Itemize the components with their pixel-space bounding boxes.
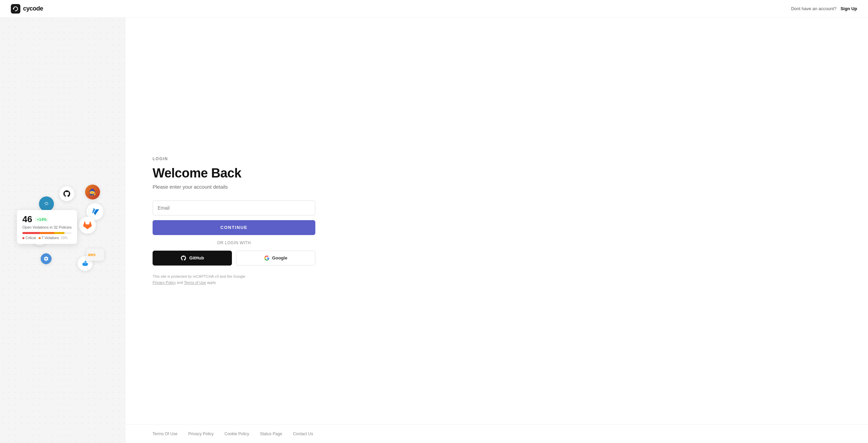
footer-link[interactable]: Status Page [260, 431, 282, 436]
footer-link[interactable]: Terms Of Use [153, 431, 177, 436]
google-login-button[interactable]: Google [236, 251, 315, 266]
stats-badge: +14% [35, 217, 48, 222]
aws-float-icon: aws [86, 249, 104, 261]
stats-mini-violations: 7 Violations 19% [39, 236, 68, 240]
continue-button[interactable]: CONTINUE [153, 220, 315, 235]
right-panel: LOGIN Welcome Back Please enter your acc… [125, 18, 868, 443]
footer-link[interactable]: Privacy Policy [188, 431, 214, 436]
login-content: LOGIN Welcome Back Please enter your acc… [125, 18, 363, 424]
dot-orange [39, 237, 41, 239]
svg-point-2 [44, 201, 50, 207]
avatar-float-icon: 🧙 [85, 185, 100, 199]
yarn-float-icon [39, 196, 54, 211]
main-layout: 46 +14% Open Violations in 32 Policies C… [0, 18, 868, 443]
dot-red [22, 237, 24, 239]
svg-rect-0 [11, 4, 20, 14]
logo: cycode [11, 4, 43, 14]
privacy-policy-link[interactable]: Privacy Policy [153, 280, 176, 284]
terms-of-use-link[interactable]: Terms of Use [184, 280, 206, 284]
stats-mini-critical: Critical [22, 236, 36, 240]
login-title: Welcome Back [153, 166, 336, 181]
svg-point-1 [13, 8, 14, 9]
footer-link[interactable]: Contact Us [293, 431, 313, 436]
stats-bar-red [22, 232, 40, 234]
left-panel: 46 +14% Open Violations in 32 Policies C… [0, 18, 125, 443]
stats-bar [22, 232, 72, 234]
footer: Terms Of UsePrivacy PolicyCookie PolicyS… [125, 424, 868, 443]
stats-mini: Critical 7 Violations 19% [22, 236, 72, 240]
social-buttons: GitHub Google [153, 251, 315, 266]
google-label: Google [272, 255, 288, 260]
github-label: GitHub [189, 255, 204, 260]
logo-text: cycode [23, 5, 43, 12]
navbar-right: Dont have an account? Sign Up [791, 6, 857, 11]
stats-number: 46 +14% [22, 214, 72, 225]
login-label: LOGIN [153, 156, 336, 161]
gitlab-float-icon [79, 217, 96, 234]
or-login-with-text: OR LOGIN WITH [153, 240, 315, 245]
stats-bar-yellow [54, 232, 64, 234]
svg-text:aws: aws [88, 252, 96, 257]
gear-float-icon [41, 253, 52, 264]
stats-card: 46 +14% Open Violations in 32 Policies C… [17, 210, 77, 244]
github-login-button[interactable]: GitHub [153, 251, 232, 266]
google-icon [264, 255, 270, 261]
navbar: cycode Dont have an account? Sign Up [0, 0, 868, 18]
no-account-text: Dont have an account? [791, 6, 836, 11]
github-float-icon [59, 186, 74, 201]
stats-bar-orange [40, 232, 55, 234]
cycode-logo-icon [11, 4, 20, 14]
stats-label: Open Violations in 32 Policies [22, 225, 72, 229]
footer-link[interactable]: Cookie Policy [224, 431, 249, 436]
email-input[interactable] [153, 201, 315, 215]
login-subtitle: Please enter your account details [153, 184, 336, 190]
github-icon [180, 255, 186, 261]
recaptcha-notice: This site is protected by reCAPTCHA v3 a… [153, 274, 315, 286]
signup-link[interactable]: Sign Up [841, 6, 857, 11]
